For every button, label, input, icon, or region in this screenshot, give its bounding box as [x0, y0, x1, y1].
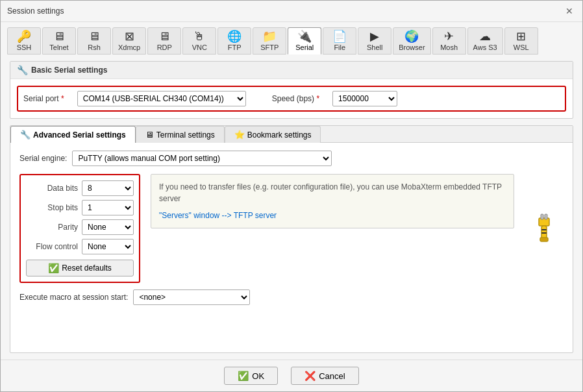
serial-tab-icon: 🔌 [297, 31, 312, 42]
flow-control-label: Flow control [26, 242, 78, 251]
bookmark-adv-icon: ⭐ [234, 130, 245, 140]
proto-tab-ftp[interactable]: 🌐FTP [217, 27, 251, 55]
ok-icon: ✅ [238, 371, 249, 381]
parity-label: Parity [26, 223, 78, 232]
title-bar: Session settings ✕ [1, 1, 582, 22]
file-tab-icon: 📄 [332, 31, 347, 42]
xdmcp-tab-icon: ⊠ [125, 31, 134, 42]
proto-tab-awss3[interactable]: ☁Aws S3 [467, 27, 503, 55]
proto-tab-file[interactable]: 📄File [323, 27, 356, 55]
proto-tab-wsl[interactable]: ⊞WSL [504, 27, 538, 55]
flow-control-select[interactable]: NoneRTS/CTSXON/XOFF [82, 239, 134, 254]
advanced-adv-icon: 🔧 [20, 130, 31, 140]
plug-icon [528, 213, 560, 244]
cancel-icon: ❌ [304, 371, 316, 381]
cancel-button[interactable]: ❌ Cancel [291, 367, 358, 385]
proto-tab-ssh[interactable]: 🔑SSH [7, 27, 41, 55]
adv-tab-advanced[interactable]: 🔧Advanced Serial settings [10, 126, 136, 143]
reset-icon: ✅ [48, 263, 59, 273]
proto-tab-rdp[interactable]: 🖥RDP [147, 27, 181, 55]
flow-control-row: Flow control NoneRTS/CTSXON/XOFF [26, 239, 134, 254]
proto-tab-telnet[interactable]: 🖥Telnet [42, 27, 76, 55]
footer: ✅ OK ❌ Cancel [1, 360, 582, 391]
window-title: Session settings [7, 6, 64, 16]
svg-rect-6 [541, 232, 547, 234]
awss3-tab-icon: ☁ [479, 31, 491, 42]
svg-rect-2 [545, 214, 547, 219]
proto-tab-shell[interactable]: ▶Shell [358, 27, 391, 55]
basic-serial-title: 🔧 Basic Serial settings [10, 62, 573, 79]
ftp-tab-icon: 🌐 [227, 31, 242, 42]
svg-rect-0 [539, 218, 549, 226]
info-box: If you need to transfer files (e.g. rout… [151, 174, 514, 228]
stop-bits-label: Stop bits [26, 203, 78, 212]
basic-serial-section: 🔧 Basic Serial settings Serial port COM1… [10, 61, 573, 119]
session-settings-window: Session settings ✕ 🔑SSH🖥Telnet🖥Rsh⊠Xdmcp… [0, 0, 583, 392]
wsl-tab-icon: ⊞ [516, 31, 526, 42]
parity-select[interactable]: NoneOddEvenMarkSpace [82, 219, 134, 235]
advanced-tab-bar: 🔧Advanced Serial settings🖥Terminal setti… [10, 126, 573, 143]
svg-rect-4 [540, 238, 548, 241]
terminal-adv-icon: 🖥 [145, 130, 154, 140]
advanced-serial-section: 🔧Advanced Serial settings🖥Terminal setti… [10, 125, 573, 353]
svg-rect-1 [541, 214, 543, 219]
sftp-tab-icon: 📁 [262, 31, 277, 42]
rsh-tab-icon: 🖥 [88, 31, 100, 42]
protocol-tab-bar: 🔑SSH🖥Telnet🖥Rsh⊠Xdmcp🖥RDP🖱VNC🌐FTP📁SFTP🔌S… [1, 22, 582, 55]
basic-serial-highlight: Serial port COM14 (USB-SERIAL CH340 (COM… [17, 86, 566, 112]
basic-serial-label: Basic Serial settings [31, 66, 107, 75]
reset-label: Reset defaults [62, 263, 112, 273]
engine-row: Serial engine: PuTTY (allows manual COM … [19, 151, 564, 166]
stop-bits-select[interactable]: 11.52 [82, 200, 134, 215]
proto-tab-browser[interactable]: 🌍Browser [393, 27, 430, 55]
engine-label: Serial engine: [19, 154, 67, 163]
basic-serial-content: Serial port COM14 (USB-SERIAL CH340 (COM… [10, 79, 573, 118]
serial-settings-panel: Data bits 5678 Stop bits 11.52 Parity No… [19, 174, 140, 283]
advanced-two-col: Data bits 5678 Stop bits 11.52 Parity No… [19, 174, 564, 283]
speed-select[interactable]: 1103001200240048009600192003840057600115… [332, 91, 397, 106]
shell-tab-icon: ▶ [370, 31, 379, 42]
basic-serial-icon: 🔧 [17, 65, 28, 75]
proto-tab-mosh[interactable]: ✈Mosh [432, 27, 466, 55]
proto-tab-vnc[interactable]: 🖱VNC [182, 27, 216, 55]
info-link[interactable]: "Servers" window --> TFTP server [159, 211, 277, 220]
parity-row: Parity NoneOddEvenMarkSpace [26, 219, 134, 235]
cancel-label: Cancel [319, 371, 345, 381]
reset-defaults-button[interactable]: ✅ Reset defaults [26, 260, 134, 276]
data-bits-label: Data bits [26, 184, 78, 193]
main-content: 🔧 Basic Serial settings Serial port COM1… [1, 55, 582, 360]
adv-tab-terminal[interactable]: 🖥Terminal settings [136, 126, 225, 143]
serial-port-label: Serial port [23, 94, 64, 103]
macro-label: Execute macro at session start: [19, 293, 128, 302]
proto-tab-sftp[interactable]: 📁SFTP [253, 27, 286, 55]
rdp-tab-icon: 🖥 [158, 31, 170, 42]
plug-area [525, 174, 564, 283]
ok-button[interactable]: ✅ OK [224, 367, 278, 385]
serial-port-select[interactable]: COM14 (USB-SERIAL CH340 (COM14)) [77, 91, 246, 106]
speed-label: Speed (bps) [272, 94, 319, 103]
data-bits-select[interactable]: 5678 [82, 180, 134, 196]
ok-label: OK [252, 371, 264, 381]
close-button[interactable]: ✕ [563, 5, 576, 18]
telnet-tab-icon: 🖥 [53, 31, 65, 42]
ssh-tab-icon: 🔑 [17, 31, 31, 42]
adv-tab-bookmark[interactable]: ⭐Bookmark settings [225, 126, 321, 143]
stop-bits-row: Stop bits 11.52 [26, 200, 134, 215]
data-bits-row: Data bits 5678 [26, 180, 134, 196]
browser-tab-icon: 🌍 [404, 31, 419, 42]
proto-tab-serial[interactable]: 🔌Serial [288, 27, 321, 55]
mosh-tab-icon: ✈ [444, 31, 454, 42]
advanced-content: Serial engine: PuTTY (allows manual COM … [10, 143, 573, 313]
info-text: If you need to transfer files (e.g. rout… [159, 181, 506, 204]
svg-rect-5 [541, 229, 547, 230]
vnc-tab-icon: 🖱 [193, 31, 205, 42]
engine-select[interactable]: PuTTY (allows manual COM port setting) [72, 151, 332, 166]
macro-select[interactable]: <none> [133, 289, 250, 305]
macro-row: Execute macro at session start: <none> [19, 289, 564, 305]
proto-tab-xdmcp[interactable]: ⊠Xdmcp [112, 27, 146, 55]
right-panel: If you need to transfer files (e.g. rout… [151, 174, 514, 283]
proto-tab-rsh[interactable]: 🖥Rsh [77, 27, 111, 55]
